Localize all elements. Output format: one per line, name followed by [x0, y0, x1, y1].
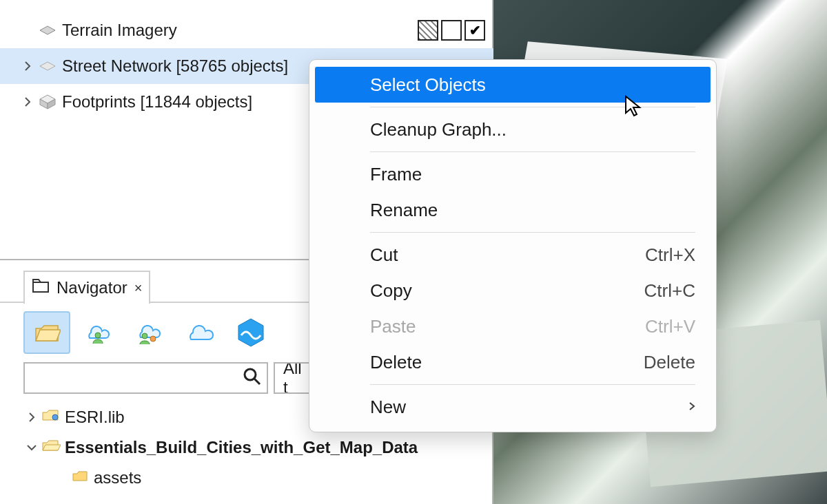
expand-arrow-icon[interactable] — [19, 94, 36, 110]
folder-shared-icon — [41, 408, 61, 427]
tool-cloud-group[interactable] — [125, 311, 172, 354]
svg-point-12 — [245, 369, 256, 380]
layer-checkboxes — [418, 20, 485, 41]
ctx-label: Delete — [370, 352, 422, 373]
filter-label: All t — [283, 362, 305, 394]
layer-terrain-icon — [39, 23, 57, 38]
ctx-rename[interactable]: Rename — [315, 192, 711, 228]
svg-marker-17 — [43, 445, 61, 450]
svg-marker-7 — [36, 330, 61, 341]
layer-network-icon — [39, 59, 57, 74]
ctx-select-objects[interactable]: Select Objects — [315, 67, 711, 103]
search-input[interactable] — [23, 362, 268, 394]
ctx-label: Rename — [370, 200, 438, 221]
svg-point-15 — [52, 414, 58, 420]
expand-arrow-icon[interactable] — [23, 409, 40, 426]
svg-rect-5 — [33, 282, 48, 292]
ctx-paste: Paste Ctrl+V — [315, 308, 711, 344]
folder-row-assets[interactable]: assets — [23, 463, 492, 493]
tool-local-folder[interactable] — [23, 311, 70, 354]
checkbox-col2[interactable] — [441, 20, 462, 41]
tool-cloud[interactable] — [176, 311, 223, 354]
ctx-cut[interactable]: Cut Ctrl+X — [315, 237, 711, 273]
ctx-separator — [370, 232, 695, 233]
svg-marker-11 — [238, 319, 263, 346]
expand-down-icon[interactable] — [23, 439, 40, 456]
context-menu[interactable]: Select Objects Cleanup Graph... Frame Re… — [309, 59, 717, 432]
svg-marker-0 — [40, 26, 55, 34]
svg-marker-18 — [73, 472, 87, 481]
svg-point-10 — [150, 336, 156, 342]
checkbox-col1[interactable] — [418, 20, 438, 41]
ctx-label: Cut — [370, 244, 398, 266]
svg-marker-1 — [40, 62, 55, 70]
chevron-right-icon — [688, 400, 695, 414]
ctx-cleanup-graph[interactable]: Cleanup Graph... — [315, 112, 711, 147]
ctx-shortcut: Ctrl+V — [645, 316, 695, 337]
ctx-new[interactable]: New — [315, 389, 711, 425]
ctx-separator — [370, 151, 695, 152]
checkbox-col3[interactable] — [464, 20, 485, 41]
tool-service[interactable] — [227, 311, 274, 354]
navigator-tab-label: Navigator — [57, 278, 127, 297]
ctx-label: Frame — [370, 164, 422, 185]
svg-point-9 — [142, 333, 147, 339]
ctx-copy[interactable]: Copy Ctrl+C — [315, 273, 711, 308]
close-icon[interactable]: × — [134, 280, 143, 296]
ctx-frame[interactable]: Frame — [315, 156, 711, 192]
layer-3d-icon — [39, 94, 57, 109]
navigator-tab[interactable]: Navigator × — [23, 271, 150, 304]
folder-label: ESRI.lib — [61, 408, 125, 427]
svg-line-13 — [254, 379, 260, 384]
ctx-shortcut: Ctrl+X — [645, 244, 695, 266]
ctx-label: Cleanup Graph... — [370, 119, 507, 140]
expand-arrow-icon[interactable] — [19, 58, 36, 74]
folder-icon — [72, 468, 90, 487]
folder-row-project[interactable]: Essentials_Build_Cities_with_Get_Map_Dat… — [23, 432, 492, 463]
ctx-separator — [370, 107, 695, 107]
ctx-label: Copy — [370, 280, 412, 302]
ctx-shortcut: Ctrl+C — [644, 280, 695, 302]
search-icon — [242, 366, 261, 390]
layer-row-terrain[interactable]: Terrain Imagery — [0, 12, 493, 48]
folder-label: Essentials_Build_Cities_with_Get_Map_Dat… — [61, 438, 418, 457]
ctx-label: New — [370, 397, 406, 418]
ctx-separator — [370, 384, 695, 385]
svg-point-8 — [95, 333, 101, 338]
ctx-label: Select Objects — [370, 74, 486, 96]
folder-open-icon — [41, 438, 61, 457]
tool-cloud-user[interactable] — [74, 311, 121, 354]
ctx-shortcut: Delete — [644, 352, 695, 373]
folder-label: assets — [90, 468, 141, 487]
folder-outline-icon — [32, 278, 50, 297]
ctx-label: Paste — [370, 316, 416, 337]
ctx-delete[interactable]: Delete Delete — [315, 344, 711, 380]
